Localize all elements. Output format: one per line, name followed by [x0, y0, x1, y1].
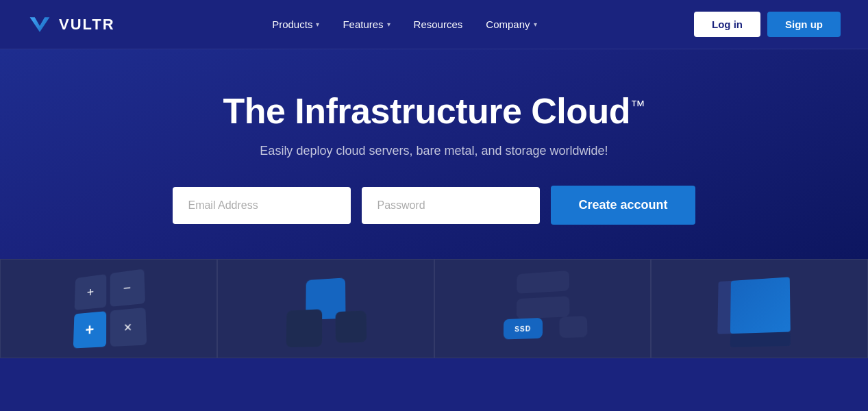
product-card-network[interactable]	[651, 259, 868, 358]
nav-resources[interactable]: Resources	[404, 13, 473, 36]
compute-icon: + − + ×	[73, 269, 147, 348]
password-input[interactable]	[362, 187, 540, 224]
block-storage-icon	[286, 269, 367, 347]
signup-button[interactable]: Sign up	[767, 12, 841, 37]
hero-subtitle: Easily deploy cloud servers, bare metal,…	[27, 144, 841, 158]
navbar: VULTR Products ▾ Features ▾ Resources Co…	[0, 0, 868, 49]
chevron-down-icon: ▾	[316, 21, 319, 28]
logo[interactable]: VULTR	[27, 12, 115, 37]
vultr-logo-icon	[27, 12, 52, 37]
chevron-down-icon: ▾	[534, 21, 537, 28]
svg-marker-0	[30, 17, 50, 32]
product-card-block-storage[interactable]	[217, 259, 434, 358]
product-card-ssd[interactable]: SSD	[434, 259, 652, 358]
nav-links: Products ▾ Features ▾ Resources Company …	[262, 13, 546, 36]
email-input[interactable]	[173, 187, 351, 224]
hero-title: The Infrastructure Cloud™	[27, 90, 841, 132]
network-icon	[717, 269, 805, 347]
ssd-icon: SSD	[500, 269, 588, 347]
product-cards-strip: + − + × SSD	[0, 259, 868, 358]
chevron-down-icon: ▾	[387, 21, 390, 28]
nav-company[interactable]: Company ▾	[476, 13, 546, 36]
nav-features[interactable]: Features ▾	[333, 13, 399, 36]
create-account-button[interactable]: Create account	[551, 186, 695, 225]
brand-name: VULTR	[59, 16, 115, 34]
login-button[interactable]: Log in	[694, 12, 760, 37]
product-card-compute[interactable]: + − + ×	[0, 259, 217, 358]
nav-products[interactable]: Products ▾	[262, 13, 329, 36]
hero-section: The Infrastructure Cloud™ Easily deploy …	[0, 49, 868, 259]
signup-form: Create account	[27, 186, 841, 225]
nav-actions: Log in Sign up	[694, 12, 841, 37]
